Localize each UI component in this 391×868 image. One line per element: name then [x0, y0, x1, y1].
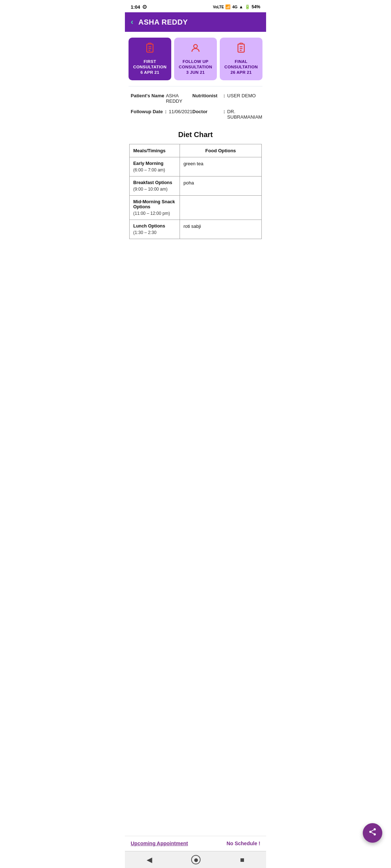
patient-name-item: Patient's Name : ASHA REDDY: [131, 93, 192, 104]
diet-table: Meals/Timings Food Options Early Morning…: [129, 144, 262, 239]
clipboard-icon-final: [236, 43, 247, 56]
food-lunch: roti sabji: [180, 220, 261, 239]
patient-info-section: Patient's Name : ASHA REDDY Nutritionist…: [125, 86, 266, 123]
status-bar: 1:04 ⊙ VoLTE 📶 4G ▲ 🔋 54%: [125, 0, 266, 12]
battery-percent: 54%: [252, 4, 260, 9]
col-food-options: Food Options: [180, 144, 261, 157]
patient-name-header: ASHA REDDY: [138, 18, 188, 26]
meal-breakfast: Breakfast Options (9:00 – 10:00 am): [130, 176, 180, 195]
doctor-colon: :: [223, 109, 225, 114]
patient-name-label: Patient's Name: [131, 93, 160, 98]
food-breakfast: poha: [180, 176, 261, 195]
food-early-morning: green tea: [180, 157, 261, 176]
clipboard-icon-first: [144, 43, 155, 56]
final-consultation-card[interactable]: FINALCONSULTATION26 APR 21: [220, 38, 262, 80]
person-icon-followup: [190, 43, 201, 56]
nutritionist-colon: :: [223, 93, 225, 98]
doctor-value: DR. SUBRAMANIAM: [227, 109, 262, 120]
meal-lunch: Lunch Options (1:30 – 2:30: [130, 220, 180, 239]
table-row: Breakfast Options (9:00 – 10:00 am) poha: [130, 176, 262, 195]
table-row: Lunch Options (1:30 – 2:30 roti sabji: [130, 220, 262, 239]
status-icon-dot: ⊙: [142, 4, 147, 10]
followup-date-item: Followup Date : 11/06/2021: [131, 109, 192, 120]
patient-name-value: ASHA REDDY: [166, 93, 192, 104]
volte-icon: VoLTE: [213, 5, 224, 9]
meal-early-morning: Early Morning (6:00 – 7:00 am): [130, 157, 180, 176]
diet-chart-title: Diet Chart: [129, 131, 262, 139]
followup-date-value: 11/06/2021: [169, 109, 192, 114]
diet-chart-section: Diet Chart Meals/Timings Food Options Ea…: [125, 123, 266, 243]
info-grid: Patient's Name : ASHA REDDY Nutritionist…: [131, 93, 260, 120]
table-row: Early Morning (6:00 – 7:00 am) green tea: [130, 157, 262, 176]
followup-consultation-label: FOLLOW UPCONSULTATION3 JUN 21: [179, 59, 212, 75]
final-consultation-label: FINALCONSULTATION26 APR 21: [224, 59, 258, 75]
status-time: 1:04: [131, 4, 140, 10]
patient-name-colon: :: [162, 93, 164, 98]
svg-point-4: [194, 44, 197, 48]
header: ‹ ASHA REDDY: [125, 12, 266, 32]
battery-icon: 🔋: [245, 4, 250, 9]
status-left: 1:04 ⊙: [131, 4, 147, 10]
nutritionist-item: Nutritionist : USER DEMO: [192, 93, 262, 104]
table-row: Mid-Morning Snack Options (11:00 – 12:00…: [130, 195, 262, 220]
network-4g-icon: 4G: [232, 5, 237, 9]
doctor-item: Doctor : DR. SUBRAMANIAM: [192, 109, 262, 120]
followup-consultation-card[interactable]: FOLLOW UPCONSULTATION3 JUN 21: [174, 38, 217, 80]
wifi-icon: 📶: [225, 4, 231, 9]
nutritionist-value: USER DEMO: [227, 93, 256, 98]
table-header-row: Meals/Timings Food Options: [130, 144, 262, 157]
status-right: VoLTE 📶 4G ▲ 🔋 54%: [213, 4, 260, 9]
meal-midmorning: Mid-Morning Snack Options (11:00 – 12:00…: [130, 195, 180, 220]
followup-date-colon: :: [165, 109, 167, 114]
followup-date-label: Followup Date: [131, 109, 163, 114]
first-consultation-card[interactable]: FIRSTCONSULTATION6 APR 21: [129, 38, 171, 80]
doctor-label: Doctor: [192, 109, 221, 114]
col-meals-timings: Meals/Timings: [130, 144, 180, 157]
first-consultation-label: FIRSTCONSULTATION6 APR 21: [133, 59, 167, 75]
signal-icon: ▲: [239, 4, 243, 9]
consultation-cards-container: FIRSTCONSULTATION6 APR 21 FOLLOW UPCONSU…: [125, 32, 266, 86]
nutritionist-label: Nutritionist: [192, 93, 221, 98]
food-midmorning: [180, 195, 261, 220]
back-button[interactable]: ‹: [131, 17, 133, 27]
